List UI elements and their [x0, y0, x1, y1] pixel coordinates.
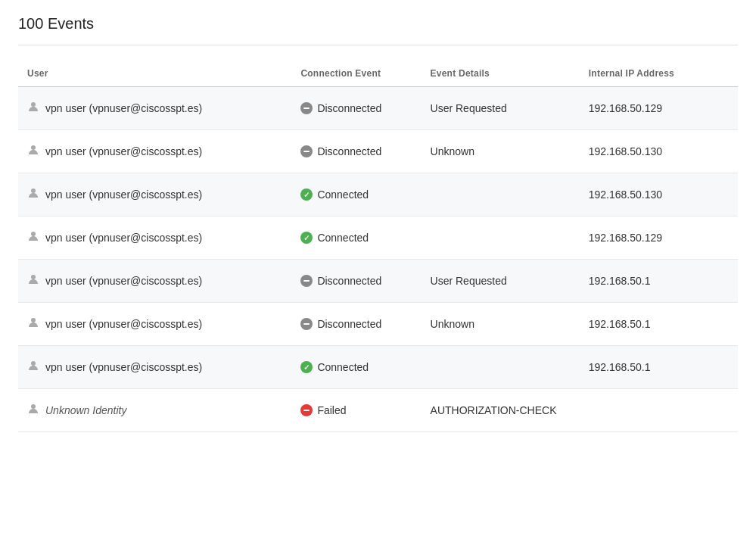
user-name: vpn user (vpnuser@ciscosspt.es) [45, 102, 202, 114]
user-name: vpn user (vpnuser@ciscosspt.es) [45, 361, 202, 373]
user-icon [27, 403, 39, 418]
connection-label: Disconnected [317, 318, 381, 330]
col-header-connection: Connection Event [291, 61, 421, 87]
status-dot [300, 232, 313, 244]
status-dot [300, 188, 313, 201]
svg-point-0 [31, 102, 36, 107]
connection-event-cell: Failed [291, 389, 421, 432]
user-name: vpn user (vpnuser@ciscosspt.es) [45, 188, 202, 201]
svg-point-5 [31, 318, 36, 322]
ip-address-cell: 192.168.50.130 [580, 130, 738, 173]
user-cell: vpn user (vpnuser@ciscosspt.es) [18, 303, 291, 346]
connection-label: Disconnected [317, 275, 381, 287]
svg-point-1 [31, 145, 36, 150]
table-row: vpn user (vpnuser@ciscosspt.es)Disconnec… [18, 130, 738, 173]
event-details-cell: Unknown [422, 130, 580, 173]
user-name: vpn user (vpnuser@ciscosspt.es) [45, 145, 202, 157]
event-details-cell [422, 346, 580, 389]
user-cell: vpn user (vpnuser@ciscosspt.es) [18, 87, 291, 130]
svg-point-4 [31, 275, 36, 279]
table-row: vpn user (vpnuser@ciscosspt.es)Disconnec… [18, 303, 738, 346]
user-cell: vpn user (vpnuser@ciscosspt.es) [18, 130, 291, 173]
event-details-cell: User Requested [422, 87, 580, 130]
connection-event-cell: Disconnected [291, 130, 421, 173]
user-cell: vpn user (vpnuser@ciscosspt.es) [18, 346, 291, 389]
user-cell: vpn user (vpnuser@ciscosspt.es) [18, 216, 291, 260]
status-dot [300, 318, 313, 330]
connection-event-cell: Connected [291, 173, 421, 216]
table-row: vpn user (vpnuser@ciscosspt.es)Connected… [18, 346, 738, 389]
ip-address-cell: 192.168.50.1 [580, 260, 738, 303]
connection-event-cell: Connected [291, 346, 421, 389]
status-dot [300, 404, 313, 416]
connection-event-cell: Disconnected [291, 260, 421, 303]
events-title: 100 Events [18, 15, 738, 45]
user-icon [27, 187, 39, 202]
user-name: vpn user (vpnuser@ciscosspt.es) [45, 232, 202, 244]
status-dot [300, 102, 313, 114]
event-details-cell [422, 173, 580, 216]
ip-address-cell: 192.168.50.130 [580, 173, 738, 216]
connection-label: Disconnected [317, 145, 381, 157]
user-name: vpn user (vpnuser@ciscosspt.es) [45, 275, 202, 287]
status-dot [300, 145, 313, 157]
ip-address-cell: 192.168.50.129 [580, 87, 738, 130]
user-icon [27, 360, 39, 375]
connection-label: Disconnected [317, 102, 381, 114]
svg-point-2 [31, 188, 36, 193]
user-icon [27, 144, 39, 159]
connection-label: Connected [317, 188, 369, 201]
table-header-row: User Connection Event Event Details Inte… [18, 61, 738, 87]
user-name: vpn user (vpnuser@ciscosspt.es) [45, 318, 202, 330]
svg-point-7 [31, 404, 36, 409]
col-header-details: Event Details [422, 61, 580, 87]
event-details-cell: Unknown [422, 303, 580, 346]
user-icon [27, 273, 39, 288]
user-cell: Unknown Identity [18, 389, 291, 432]
table-row: vpn user (vpnuser@ciscosspt.es)Connected… [18, 173, 738, 216]
page-container: 100 Events User Connection Event Event D… [0, 0, 756, 447]
event-details-cell [422, 216, 580, 260]
connection-label: Connected [317, 361, 369, 373]
connection-event-cell: Connected [291, 216, 421, 260]
ip-address-cell: 192.168.50.1 [580, 303, 738, 346]
connection-event-cell: Disconnected [291, 87, 421, 130]
status-dot [300, 361, 313, 373]
table-row: vpn user (vpnuser@ciscosspt.es)Disconnec… [18, 87, 738, 130]
ip-address-cell: 192.168.50.1 [580, 346, 738, 389]
connection-event-cell: Disconnected [291, 303, 421, 346]
user-icon [27, 230, 39, 245]
events-table: User Connection Event Event Details Inte… [18, 61, 738, 432]
user-name: Unknown Identity [45, 404, 126, 416]
user-icon [27, 101, 39, 116]
connection-label: Failed [317, 404, 346, 416]
connection-label: Connected [317, 232, 369, 244]
event-details-cell: AUTHORIZATION-CHECK [422, 389, 580, 432]
table-row: Unknown IdentityFailedAUTHORIZATION-CHEC… [18, 389, 738, 432]
user-cell: vpn user (vpnuser@ciscosspt.es) [18, 173, 291, 216]
table-row: vpn user (vpnuser@ciscosspt.es)Connected… [18, 216, 738, 260]
status-dot [300, 275, 313, 287]
ip-address-cell: 192.168.50.129 [580, 216, 738, 260]
user-cell: vpn user (vpnuser@ciscosspt.es) [18, 260, 291, 303]
col-header-user: User [18, 61, 291, 87]
svg-point-3 [31, 232, 36, 236]
user-icon [27, 316, 39, 332]
event-details-cell: User Requested [422, 260, 580, 303]
ip-address-cell [580, 389, 738, 432]
col-header-ip: Internal IP Address [580, 61, 738, 87]
table-row: vpn user (vpnuser@ciscosspt.es)Disconnec… [18, 260, 738, 303]
svg-point-6 [31, 361, 36, 366]
